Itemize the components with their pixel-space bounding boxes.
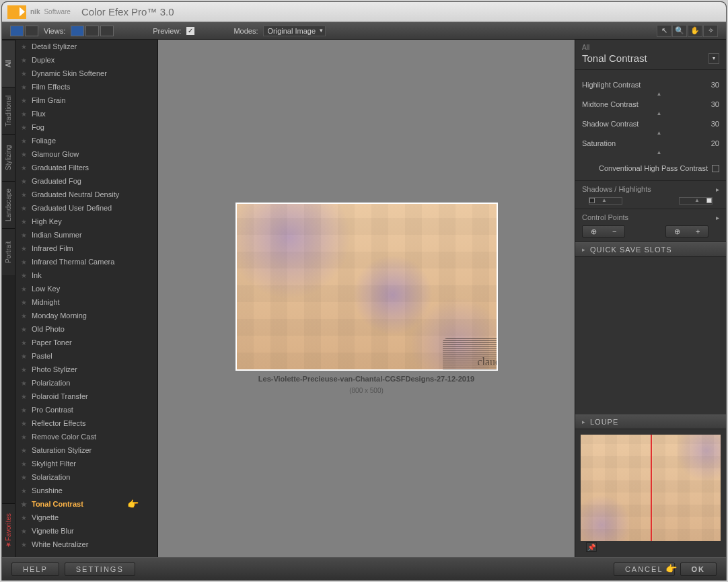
filter-item[interactable]: Fog: [15, 120, 157, 134]
filter-item[interactable]: Low Key: [15, 282, 157, 295]
filter-item[interactable]: Duplex: [15, 53, 157, 67]
view-sidebyside-icon[interactable]: [85, 26, 99, 36]
filter-item[interactable]: White Neutralizer: [15, 538, 157, 551]
loupe-pin-button[interactable]: 📌: [586, 542, 597, 552]
slider-value: 30: [711, 100, 719, 108]
control-points-section: Control Points ⊕− ⊕+: [575, 209, 726, 242]
shadows-highlights-section: Shadows / Highlights ▲ ▲: [575, 181, 726, 209]
filter-item[interactable]: Old Photo: [15, 322, 157, 336]
cursor-hand-icon: 👉: [665, 563, 678, 574]
filter-item[interactable]: Solarization: [15, 470, 157, 484]
filter-item[interactable]: High Key: [15, 215, 157, 228]
brand-text: nik: [30, 8, 40, 15]
filter-item[interactable]: Foliage: [15, 134, 157, 147]
shadows-highlights-header[interactable]: Shadows / Highlights: [582, 185, 719, 193]
quick-save-body: [575, 257, 726, 414]
layout-mode-group: [10, 26, 38, 36]
filter-item[interactable]: Graduated Neutral Density: [15, 188, 157, 201]
settings-button[interactable]: SETTINGS: [65, 562, 135, 576]
view-splitscreen-icon[interactable]: [100, 26, 114, 36]
filter-item[interactable]: Graduated Filters: [15, 161, 157, 174]
filter-item[interactable]: Saturation Stylizer: [15, 443, 157, 457]
filter-item[interactable]: Ink: [15, 268, 157, 282]
tab-traditional[interactable]: Traditional: [2, 87, 15, 134]
quick-save-accordion[interactable]: QUICK SAVE SLOTS: [575, 242, 726, 257]
help-button[interactable]: HELP: [11, 562, 59, 576]
filter-item[interactable]: Photo Stylizer: [15, 363, 157, 376]
views-group: [71, 26, 114, 36]
select-tool-icon[interactable]: ↖: [657, 25, 671, 37]
slider-track[interactable]: [582, 130, 719, 134]
sliders-group: Highlight Contrast30Midtone Contrast30Sh…: [575, 70, 726, 181]
filter-item[interactable]: Paper Toner: [15, 336, 157, 349]
loupe-accordion[interactable]: LOUPE: [575, 414, 726, 429]
layout-single-icon[interactable]: [10, 26, 24, 36]
slider-row[interactable]: Highlight Contrast30: [582, 81, 719, 89]
filter-item[interactable]: Pro Contrast: [15, 403, 157, 416]
filter-item[interactable]: Monday Morning: [15, 309, 157, 322]
tab-portrait[interactable]: Portrait: [2, 228, 15, 275]
canvas-tools: ↖ 🔍 ✋ ✧: [657, 25, 718, 37]
preview-image[interactable]: claudia: [235, 203, 498, 371]
loupe-view[interactable]: [581, 435, 721, 541]
slider-row[interactable]: Shadow Contrast30: [582, 120, 719, 128]
remove-control-point-button[interactable]: ⊕−: [582, 225, 625, 238]
layout-split-icon[interactable]: [25, 26, 38, 36]
highpass-checkbox[interactable]: [712, 165, 719, 172]
filter-item[interactable]: Glamour Glow: [15, 147, 157, 161]
filter-item[interactable]: Pastel: [15, 349, 157, 363]
filter-item[interactable]: Flux: [15, 107, 157, 120]
modes-select[interactable]: Original Image: [263, 26, 326, 36]
ok-button[interactable]: OK: [680, 562, 717, 576]
neutral-tool-icon[interactable]: ✧: [703, 25, 718, 37]
preview-label: Preview:: [153, 27, 181, 35]
filter-item[interactable]: Infrared Thermal Camera: [15, 255, 157, 268]
tab-favorites: ★Favorites: [2, 503, 15, 557]
filter-item[interactable]: Graduated Fog: [15, 174, 157, 188]
app-title: Color Efex Pro™ 3.0: [81, 6, 174, 17]
filter-item[interactable]: Dynamic Skin Softener: [15, 67, 157, 80]
highlights-slider[interactable]: ▲: [679, 197, 713, 205]
filter-item[interactable]: Tonal Contrast👉: [15, 497, 157, 511]
filter-item[interactable]: Detail Stylizer: [15, 40, 157, 53]
control-points-header[interactable]: Control Points: [582, 213, 719, 221]
filter-item[interactable]: Indian Summer: [15, 228, 157, 242]
filter-item[interactable]: Polarization: [15, 376, 157, 390]
view-single-icon[interactable]: [71, 26, 84, 36]
slider-label: Shadow Contrast: [582, 120, 639, 128]
preview-checkbox[interactable]: ✓: [186, 27, 194, 35]
filter-title[interactable]: Tonal Contrast: [582, 52, 719, 64]
pan-tool-icon[interactable]: ✋: [688, 25, 702, 37]
tab-stylizing[interactable]: Stylizing: [2, 134, 15, 181]
slider-value: 30: [711, 81, 719, 89]
watermark: claudia: [443, 338, 498, 371]
slider-track[interactable]: [582, 91, 719, 95]
zoom-tool-icon[interactable]: 🔍: [672, 25, 687, 37]
slider-row[interactable]: Saturation20: [582, 139, 719, 147]
filter-item[interactable]: Polaroid Transfer: [15, 390, 157, 403]
cancel-button[interactable]: CANCEL👉: [614, 562, 675, 576]
slider-track[interactable]: [582, 110, 719, 114]
filter-item[interactable]: Sunshine: [15, 484, 157, 497]
filter-item[interactable]: Film Grain: [15, 94, 157, 107]
filter-item[interactable]: Remove Color Cast: [15, 430, 157, 443]
main-body: All Traditional Stylizing Landscape Port…: [2, 40, 726, 557]
filter-item[interactable]: Vignette Blur: [15, 524, 157, 538]
filter-item[interactable]: Film Effects: [15, 80, 157, 94]
slider-row[interactable]: Midtone Contrast30: [582, 100, 719, 108]
filter-list[interactable]: Detail StylizerDuplexDynamic Skin Soften…: [15, 40, 158, 557]
tab-landscape[interactable]: Landscape: [2, 181, 15, 228]
preview-canvas: claudia Les-Violette-Precieuse-van-Chant…: [158, 40, 575, 557]
shadows-slider[interactable]: ▲: [589, 197, 622, 205]
tab-all[interactable]: All: [2, 40, 15, 87]
filter-item[interactable]: Reflector Effects: [15, 416, 157, 430]
views-label: Views:: [44, 27, 65, 35]
slider-track[interactable]: [582, 149, 719, 153]
filter-item[interactable]: Skylight Filter: [15, 457, 157, 470]
add-control-point-button[interactable]: ⊕+: [665, 225, 708, 238]
slider-value: 20: [711, 139, 719, 147]
filter-item[interactable]: Infrared Film: [15, 242, 157, 255]
filter-item[interactable]: Midnight: [15, 295, 157, 309]
filter-item[interactable]: Graduated User Defined: [15, 201, 157, 215]
filter-item[interactable]: Vignette: [15, 511, 157, 524]
